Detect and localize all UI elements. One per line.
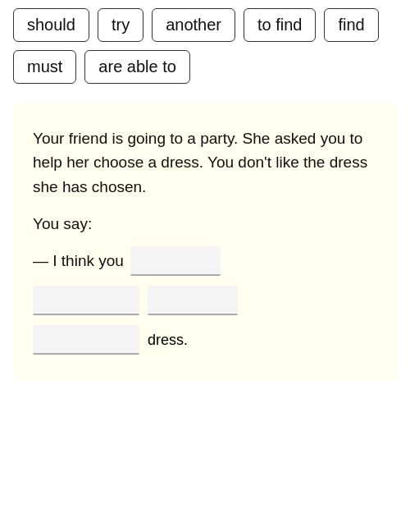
you-say-label: You say: [33, 215, 377, 233]
blank-4[interactable] [33, 325, 139, 355]
scenario-card: Your friend is going to a party. She ask… [13, 103, 397, 381]
chip-should[interactable]: should [13, 8, 89, 42]
scenario-text: Your friend is going to a party. She ask… [33, 126, 377, 199]
blank-1[interactable] [130, 246, 221, 276]
line1-prefix: — I think you [33, 252, 124, 270]
blank-3[interactable] [148, 286, 238, 315]
fill-line-2 [33, 286, 377, 315]
line3-suffix: dress. [148, 332, 188, 349]
blank-2[interactable] [33, 286, 139, 315]
word-bank: should try another to find find must are… [13, 8, 397, 84]
chip-try[interactable]: try [98, 8, 144, 42]
fill-line-3: dress. [33, 325, 377, 355]
chip-must[interactable]: must [13, 50, 76, 84]
chip-are-able-to[interactable]: are able to [84, 50, 190, 84]
chip-find[interactable]: find [324, 8, 378, 42]
chip-to-find[interactable]: to find [244, 8, 316, 42]
fill-line-1: — I think you [33, 246, 377, 276]
chip-another[interactable]: another [152, 8, 235, 42]
